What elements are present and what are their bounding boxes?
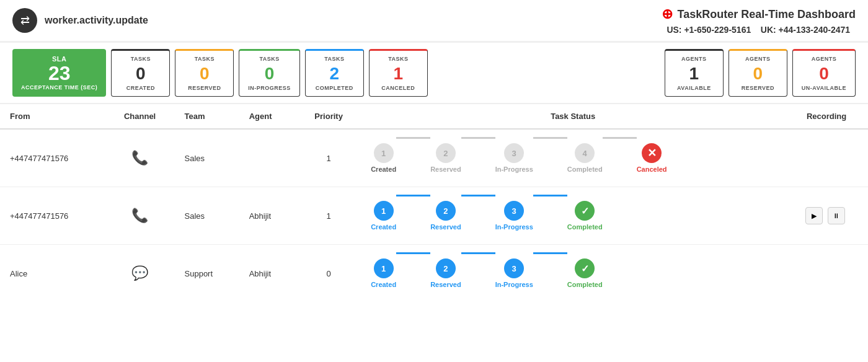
step-circle-3: 3 bbox=[504, 258, 524, 278]
step-circle-1: 1 bbox=[374, 143, 394, 163]
step-label-4: Completed bbox=[567, 223, 603, 231]
tasks-canceled-header: TASKS bbox=[388, 56, 408, 62]
tasks-reserved-header: TASKS bbox=[195, 56, 215, 62]
tasks-created-header: TASKS bbox=[131, 56, 151, 62]
pipeline-step1: 1 Created bbox=[371, 201, 396, 231]
step-circle-2: 2 bbox=[436, 143, 456, 163]
step-circle-1: 1 bbox=[374, 201, 394, 221]
step-label-1: Created bbox=[371, 281, 396, 288]
row1-from: +447477471576 bbox=[0, 129, 105, 187]
pipeline-line-3 bbox=[533, 137, 567, 139]
pipeline-line-1 bbox=[396, 137, 430, 139]
header-left: ⇄ worker.activity.update bbox=[12, 8, 148, 33]
tasks-table-container: From Channel Team Agent Priority Task St… bbox=[0, 104, 868, 302]
brand-icon: ⊕ bbox=[662, 6, 673, 22]
tasks-completed-card: TASKS 2 COMPLETED bbox=[305, 49, 364, 97]
row3-agent: Abhijit bbox=[239, 245, 296, 302]
pipeline-step-canceled: ✕ Canceled bbox=[637, 143, 667, 173]
agents-unavailable-card: AGENTS 0 UN-AVAILABLE bbox=[792, 49, 856, 97]
pipeline-step2: 2 Reserved bbox=[430, 143, 461, 173]
step-circle-3: 3 bbox=[504, 143, 524, 163]
step-circle-3: 3 bbox=[504, 201, 524, 221]
tasks-reserved-footer: RESERVED bbox=[188, 85, 221, 91]
row2-status: 1 Created 2 Reserved 3 In-Progress bbox=[361, 187, 785, 245]
phone-icon: 📞 bbox=[131, 208, 148, 223]
pipeline-line-2 bbox=[461, 137, 495, 139]
row2-team: Sales bbox=[175, 187, 239, 245]
pipeline-step4: ✓ Completed bbox=[567, 201, 603, 231]
row3-recording bbox=[785, 245, 868, 302]
agents-available-footer: AVAILABLE bbox=[677, 85, 711, 91]
row3-priority: 0 bbox=[296, 245, 361, 302]
pause-button[interactable]: ⏸ bbox=[828, 207, 845, 224]
stats-bar: SLA 23 ACCEPTANCE TIME (SEC) TASKS 0 CRE… bbox=[0, 43, 868, 104]
agents-unavailable-header: AGENTS bbox=[812, 56, 837, 62]
tasks-completed-footer: COMPLETED bbox=[316, 85, 353, 91]
pipeline-line-2 bbox=[461, 252, 495, 254]
header-right: ⊕ TaskRouter Real-Time Dashboard US: +1-… bbox=[662, 6, 856, 35]
step-label-3: In-Progress bbox=[495, 223, 533, 231]
step-circle-1: 1 bbox=[374, 258, 394, 278]
phone-numbers: US: +1-650-229-5161 UK: +44-133-240-2471 bbox=[662, 25, 856, 35]
brand-section: ⊕ TaskRouter Real-Time Dashboard bbox=[662, 6, 856, 22]
step-label-canceled: Canceled bbox=[637, 166, 667, 173]
step-label-3: In-Progress bbox=[495, 281, 533, 288]
logo-icon: ⇄ bbox=[20, 14, 30, 27]
row3-from: Alice bbox=[0, 245, 105, 302]
row1-channel: 📞 bbox=[105, 129, 175, 187]
row3-channel: 💬 bbox=[105, 245, 175, 302]
chat-icon: 💬 bbox=[131, 265, 148, 281]
tasks-inprogress-number: 0 bbox=[265, 64, 275, 84]
pipeline-step2: 2 Reserved bbox=[430, 258, 461, 288]
event-title: worker.activity.update bbox=[45, 15, 148, 26]
row2-from: +447477471576 bbox=[0, 187, 105, 245]
step-circle-canceled: ✕ bbox=[642, 143, 662, 163]
pipeline-line-3 bbox=[533, 195, 567, 196]
row1-priority: 1 bbox=[296, 129, 361, 187]
agents-available-header: AGENTS bbox=[681, 56, 707, 62]
step-label-2: Reserved bbox=[430, 166, 461, 173]
tasks-created-number: 0 bbox=[136, 64, 146, 84]
pipeline-step4: ✓ Completed bbox=[567, 258, 603, 288]
pipeline-step3: 3 In-Progress bbox=[495, 143, 533, 173]
step-circle-completed: ✓ bbox=[575, 201, 595, 221]
sla-card: SLA 23 ACCEPTANCE TIME (SEC) bbox=[12, 49, 106, 97]
table-row: +447477471576 📞 Sales Abhijit 1 1 Create… bbox=[0, 187, 868, 245]
tasks-canceled-number: 1 bbox=[394, 64, 404, 84]
row1-recording bbox=[785, 129, 868, 187]
step-circle-4: 4 bbox=[575, 143, 595, 163]
brand-name: TaskRouter Real-Time Dashboard bbox=[678, 8, 856, 21]
row2-recording: ▶ ⏸ bbox=[785, 187, 868, 245]
tasks-canceled-footer: CANCELED bbox=[381, 85, 415, 91]
table-row: +447477471576 📞 Sales 1 1 Created bbox=[0, 129, 868, 187]
step-circle-2: 2 bbox=[436, 258, 456, 278]
step-label-1: Created bbox=[371, 223, 396, 231]
agents-reserved-number: 0 bbox=[753, 64, 763, 84]
pipeline-line-3 bbox=[533, 252, 567, 254]
pipeline-step3: 3 In-Progress bbox=[495, 201, 533, 231]
row3-team: Support bbox=[175, 245, 239, 302]
tasks-inprogress-footer: IN-PROGRESS bbox=[248, 85, 291, 91]
sla-number: 23 bbox=[21, 63, 97, 84]
pipeline-line-2 bbox=[461, 195, 495, 196]
pipeline-line-4 bbox=[603, 137, 637, 139]
pipeline-line-1 bbox=[396, 252, 430, 254]
pipeline-step3: 3 In-Progress bbox=[495, 258, 533, 288]
col-status: Task Status bbox=[361, 104, 785, 129]
step-label-1: Created bbox=[371, 166, 396, 173]
pipeline-step4: 4 Completed bbox=[567, 143, 603, 173]
step-circle-2: 2 bbox=[436, 201, 456, 221]
row1-status: 1 Created 2 Reserved 3 In-Progress bbox=[361, 129, 785, 187]
step-circle-completed: ✓ bbox=[575, 258, 595, 278]
play-button[interactable]: ▶ bbox=[805, 207, 823, 224]
agents-unavailable-number: 0 bbox=[819, 64, 829, 84]
pipeline-step1: 1 Created bbox=[371, 143, 396, 173]
agents-reserved-footer: RESERVED bbox=[742, 85, 774, 91]
step-label-2: Reserved bbox=[430, 223, 461, 231]
tasks-table: From Channel Team Agent Priority Task St… bbox=[0, 104, 868, 302]
step-label-3: In-Progress bbox=[495, 166, 533, 173]
row1-agent bbox=[239, 129, 296, 187]
col-channel: Channel bbox=[105, 104, 175, 129]
agents-unavailable-footer: UN-AVAILABLE bbox=[802, 85, 846, 91]
tasks-completed-header: TASKS bbox=[324, 56, 344, 62]
